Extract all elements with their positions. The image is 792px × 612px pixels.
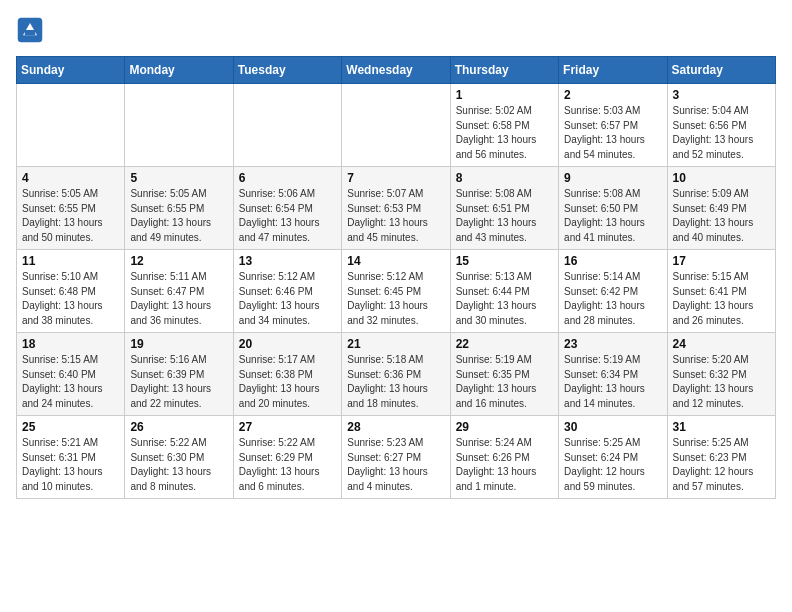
calendar-cell: 12Sunrise: 5:11 AMSunset: 6:47 PMDayligh… [125, 250, 233, 333]
day-number: 12 [130, 254, 227, 268]
day-info: Sunrise: 5:17 AMSunset: 6:38 PMDaylight:… [239, 353, 336, 411]
day-info: Sunrise: 5:22 AMSunset: 6:30 PMDaylight:… [130, 436, 227, 494]
calendar-cell [342, 84, 450, 167]
day-number: 1 [456, 88, 553, 102]
day-number: 21 [347, 337, 444, 351]
day-info: Sunrise: 5:14 AMSunset: 6:42 PMDaylight:… [564, 270, 661, 328]
day-info: Sunrise: 5:08 AMSunset: 6:51 PMDaylight:… [456, 187, 553, 245]
day-number: 3 [673, 88, 770, 102]
header-thursday: Thursday [450, 57, 558, 84]
calendar-cell: 6Sunrise: 5:06 AMSunset: 6:54 PMDaylight… [233, 167, 341, 250]
day-info: Sunrise: 5:12 AMSunset: 6:46 PMDaylight:… [239, 270, 336, 328]
calendar-cell: 27Sunrise: 5:22 AMSunset: 6:29 PMDayligh… [233, 416, 341, 499]
header-tuesday: Tuesday [233, 57, 341, 84]
day-info: Sunrise: 5:23 AMSunset: 6:27 PMDaylight:… [347, 436, 444, 494]
day-number: 10 [673, 171, 770, 185]
calendar-cell: 9Sunrise: 5:08 AMSunset: 6:50 PMDaylight… [559, 167, 667, 250]
day-info: Sunrise: 5:03 AMSunset: 6:57 PMDaylight:… [564, 104, 661, 162]
day-number: 7 [347, 171, 444, 185]
calendar-cell: 25Sunrise: 5:21 AMSunset: 6:31 PMDayligh… [17, 416, 125, 499]
day-number: 23 [564, 337, 661, 351]
day-info: Sunrise: 5:19 AMSunset: 6:34 PMDaylight:… [564, 353, 661, 411]
day-number: 17 [673, 254, 770, 268]
calendar-header-row: SundayMondayTuesdayWednesdayThursdayFrid… [17, 57, 776, 84]
day-number: 15 [456, 254, 553, 268]
day-number: 14 [347, 254, 444, 268]
calendar-cell: 31Sunrise: 5:25 AMSunset: 6:23 PMDayligh… [667, 416, 775, 499]
day-info: Sunrise: 5:16 AMSunset: 6:39 PMDaylight:… [130, 353, 227, 411]
day-info: Sunrise: 5:21 AMSunset: 6:31 PMDaylight:… [22, 436, 119, 494]
day-number: 9 [564, 171, 661, 185]
calendar-cell: 2Sunrise: 5:03 AMSunset: 6:57 PMDaylight… [559, 84, 667, 167]
logo [16, 16, 48, 44]
page-header [16, 16, 776, 44]
day-info: Sunrise: 5:08 AMSunset: 6:50 PMDaylight:… [564, 187, 661, 245]
svg-rect-2 [25, 30, 36, 35]
day-info: Sunrise: 5:25 AMSunset: 6:24 PMDaylight:… [564, 436, 661, 494]
calendar-cell: 17Sunrise: 5:15 AMSunset: 6:41 PMDayligh… [667, 250, 775, 333]
header-sunday: Sunday [17, 57, 125, 84]
day-info: Sunrise: 5:07 AMSunset: 6:53 PMDaylight:… [347, 187, 444, 245]
calendar-cell: 20Sunrise: 5:17 AMSunset: 6:38 PMDayligh… [233, 333, 341, 416]
calendar-cell: 24Sunrise: 5:20 AMSunset: 6:32 PMDayligh… [667, 333, 775, 416]
calendar-cell: 15Sunrise: 5:13 AMSunset: 6:44 PMDayligh… [450, 250, 558, 333]
day-number: 18 [22, 337, 119, 351]
calendar-week-row: 18Sunrise: 5:15 AMSunset: 6:40 PMDayligh… [17, 333, 776, 416]
logo-icon [16, 16, 44, 44]
day-number: 16 [564, 254, 661, 268]
day-info: Sunrise: 5:10 AMSunset: 6:48 PMDaylight:… [22, 270, 119, 328]
calendar-cell: 14Sunrise: 5:12 AMSunset: 6:45 PMDayligh… [342, 250, 450, 333]
day-info: Sunrise: 5:12 AMSunset: 6:45 PMDaylight:… [347, 270, 444, 328]
calendar-week-row: 4Sunrise: 5:05 AMSunset: 6:55 PMDaylight… [17, 167, 776, 250]
day-number: 6 [239, 171, 336, 185]
day-info: Sunrise: 5:25 AMSunset: 6:23 PMDaylight:… [673, 436, 770, 494]
day-info: Sunrise: 5:22 AMSunset: 6:29 PMDaylight:… [239, 436, 336, 494]
calendar-cell: 8Sunrise: 5:08 AMSunset: 6:51 PMDaylight… [450, 167, 558, 250]
calendar-cell: 29Sunrise: 5:24 AMSunset: 6:26 PMDayligh… [450, 416, 558, 499]
day-info: Sunrise: 5:15 AMSunset: 6:41 PMDaylight:… [673, 270, 770, 328]
calendar-cell: 23Sunrise: 5:19 AMSunset: 6:34 PMDayligh… [559, 333, 667, 416]
calendar-cell: 3Sunrise: 5:04 AMSunset: 6:56 PMDaylight… [667, 84, 775, 167]
day-number: 11 [22, 254, 119, 268]
day-number: 31 [673, 420, 770, 434]
calendar-cell: 11Sunrise: 5:10 AMSunset: 6:48 PMDayligh… [17, 250, 125, 333]
calendar-cell: 21Sunrise: 5:18 AMSunset: 6:36 PMDayligh… [342, 333, 450, 416]
day-number: 29 [456, 420, 553, 434]
day-info: Sunrise: 5:18 AMSunset: 6:36 PMDaylight:… [347, 353, 444, 411]
day-number: 30 [564, 420, 661, 434]
day-info: Sunrise: 5:02 AMSunset: 6:58 PMDaylight:… [456, 104, 553, 162]
day-info: Sunrise: 5:05 AMSunset: 6:55 PMDaylight:… [22, 187, 119, 245]
day-number: 2 [564, 88, 661, 102]
calendar-cell [17, 84, 125, 167]
calendar-cell: 30Sunrise: 5:25 AMSunset: 6:24 PMDayligh… [559, 416, 667, 499]
day-number: 25 [22, 420, 119, 434]
calendar-cell: 4Sunrise: 5:05 AMSunset: 6:55 PMDaylight… [17, 167, 125, 250]
calendar-cell: 1Sunrise: 5:02 AMSunset: 6:58 PMDaylight… [450, 84, 558, 167]
header-saturday: Saturday [667, 57, 775, 84]
calendar-cell: 13Sunrise: 5:12 AMSunset: 6:46 PMDayligh… [233, 250, 341, 333]
calendar-cell: 19Sunrise: 5:16 AMSunset: 6:39 PMDayligh… [125, 333, 233, 416]
day-info: Sunrise: 5:13 AMSunset: 6:44 PMDaylight:… [456, 270, 553, 328]
calendar-cell: 7Sunrise: 5:07 AMSunset: 6:53 PMDaylight… [342, 167, 450, 250]
calendar-week-row: 11Sunrise: 5:10 AMSunset: 6:48 PMDayligh… [17, 250, 776, 333]
day-info: Sunrise: 5:19 AMSunset: 6:35 PMDaylight:… [456, 353, 553, 411]
day-number: 5 [130, 171, 227, 185]
day-number: 13 [239, 254, 336, 268]
calendar-cell [125, 84, 233, 167]
day-info: Sunrise: 5:11 AMSunset: 6:47 PMDaylight:… [130, 270, 227, 328]
day-info: Sunrise: 5:24 AMSunset: 6:26 PMDaylight:… [456, 436, 553, 494]
calendar-week-row: 25Sunrise: 5:21 AMSunset: 6:31 PMDayligh… [17, 416, 776, 499]
day-number: 22 [456, 337, 553, 351]
day-number: 27 [239, 420, 336, 434]
day-info: Sunrise: 5:20 AMSunset: 6:32 PMDaylight:… [673, 353, 770, 411]
calendar-cell: 18Sunrise: 5:15 AMSunset: 6:40 PMDayligh… [17, 333, 125, 416]
day-info: Sunrise: 5:05 AMSunset: 6:55 PMDaylight:… [130, 187, 227, 245]
day-info: Sunrise: 5:06 AMSunset: 6:54 PMDaylight:… [239, 187, 336, 245]
day-number: 20 [239, 337, 336, 351]
calendar-table: SundayMondayTuesdayWednesdayThursdayFrid… [16, 56, 776, 499]
day-info: Sunrise: 5:09 AMSunset: 6:49 PMDaylight:… [673, 187, 770, 245]
header-monday: Monday [125, 57, 233, 84]
calendar-cell: 16Sunrise: 5:14 AMSunset: 6:42 PMDayligh… [559, 250, 667, 333]
day-number: 24 [673, 337, 770, 351]
day-number: 4 [22, 171, 119, 185]
